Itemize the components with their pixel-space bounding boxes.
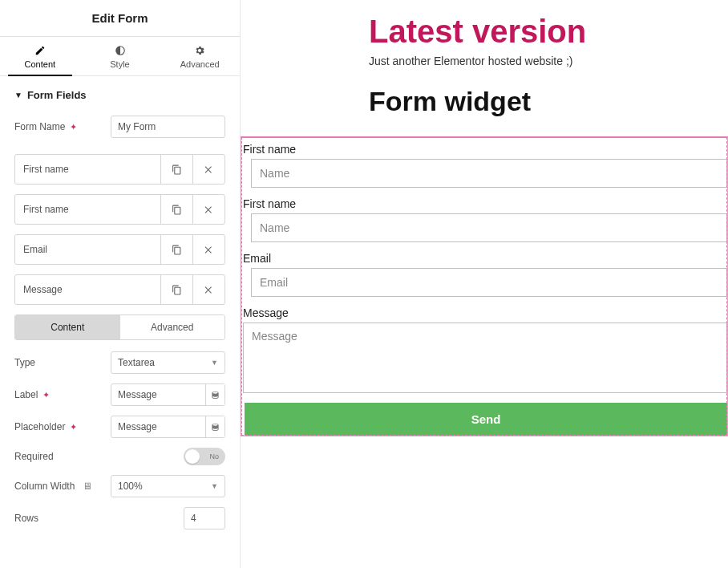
send-button[interactable]: Send (245, 403, 727, 436)
form-name-label: Form Name ✦ (14, 121, 111, 132)
label-row: Label ✦ (14, 383, 225, 406)
copy-icon (172, 164, 182, 175)
required-value: No (209, 452, 219, 460)
duplicate-button[interactable] (160, 195, 192, 224)
chevron-down-icon: ▼ (211, 482, 218, 490)
form-name-row: Form Name ✦ (14, 116, 225, 138)
field-item[interactable]: First name (14, 194, 225, 225)
field-item-label[interactable]: Email (15, 235, 160, 264)
form-name-input[interactable] (111, 116, 225, 138)
required-row: Required No (14, 448, 225, 465)
section-form-fields[interactable]: ▼ Form Fields (14, 89, 225, 101)
type-label: Type (14, 357, 111, 368)
panel-collapse-handle[interactable]: ‹ (241, 301, 250, 320)
database-icon (211, 423, 220, 432)
tab-advanced[interactable]: Advanced (160, 37, 240, 75)
field-list: First name First name Email Message (14, 154, 225, 305)
duplicate-button[interactable] (160, 235, 192, 264)
field-label: First name (243, 141, 727, 159)
column-width-select[interactable]: 100% ▼ (111, 475, 225, 497)
type-row: Type Textarea ▼ (14, 351, 225, 374)
form-widget[interactable]: First name Name First name Name Email Em… (241, 136, 728, 436)
field-item[interactable]: Email (14, 234, 225, 265)
sub-tab-content[interactable]: Content (15, 315, 120, 339)
placeholder-row: Placeholder ✦ (14, 416, 225, 438)
site-tagline: Just another Elementor hosted website ;) (369, 53, 577, 70)
field-label: First name (243, 196, 727, 213)
sparkle-icon[interactable]: ✦ (70, 122, 77, 132)
field-item-label[interactable]: First name (15, 155, 160, 184)
copy-icon (172, 245, 182, 255)
field-item-label[interactable]: First name (15, 195, 160, 224)
close-icon (204, 164, 214, 175)
section-form-fields-label: Form Fields (27, 89, 87, 101)
panel-body: ▼ Form Fields Form Name ✦ First name Fir… (0, 76, 240, 568)
field-item[interactable]: Message (14, 274, 225, 305)
close-icon (204, 285, 214, 295)
delete-button[interactable] (192, 155, 224, 184)
rows-label: Rows (14, 513, 111, 524)
pencil-icon (34, 45, 46, 56)
form-field: First name Name (243, 141, 727, 188)
gear-icon (194, 45, 205, 56)
column-width-label: Column Width 🖥 (14, 481, 111, 492)
tab-style[interactable]: Style (80, 37, 160, 75)
email-input[interactable]: Email (251, 268, 727, 297)
close-icon (204, 245, 214, 255)
dynamic-tags-button[interactable] (205, 416, 224, 437)
tab-content-label: Content (25, 59, 56, 69)
panel-title: Edit Form (0, 0, 240, 37)
rows-input[interactable] (184, 507, 225, 529)
site-title[interactable]: Latest version (369, 14, 725, 48)
form-field: Message Message (243, 305, 727, 393)
close-icon (204, 205, 214, 215)
form-field: Email Email (243, 250, 727, 297)
required-label: Required (14, 451, 111, 462)
text-input[interactable]: Name (251, 159, 727, 188)
field-item-label[interactable]: Message (15, 275, 160, 304)
duplicate-button[interactable] (160, 275, 192, 304)
sparkle-icon[interactable]: ✦ (42, 390, 50, 400)
required-toggle[interactable]: No (184, 448, 225, 465)
text-input[interactable]: Name (251, 213, 727, 242)
contrast-icon (115, 45, 126, 56)
delete-button[interactable] (192, 195, 224, 224)
panel-tabs: Content Style Advanced (0, 37, 240, 76)
caret-down-icon: ▼ (14, 91, 22, 99)
tab-style-label: Style (110, 59, 129, 69)
field-label: Message (243, 305, 727, 323)
editor-panel: Edit Form Content Style Advanced ▼ Form … (0, 0, 241, 568)
widget-heading[interactable]: Form widget (369, 86, 725, 117)
field-label: Email (243, 250, 727, 268)
dynamic-tags-button[interactable] (205, 384, 224, 405)
type-value: Textarea (118, 357, 155, 368)
tab-content[interactable]: Content (0, 37, 80, 75)
field-sub-tabs: Content Advanced (14, 314, 225, 340)
form-field: First name Name (243, 196, 727, 242)
preview-area: Latest version Just another Elementor ho… (241, 0, 728, 568)
duplicate-button[interactable] (160, 155, 192, 184)
copy-icon (172, 285, 182, 295)
label-label: Label ✦ (14, 389, 111, 400)
sparkle-icon[interactable]: ✦ (70, 422, 77, 432)
placeholder-label: Placeholder ✦ (14, 421, 111, 432)
type-select[interactable]: Textarea ▼ (111, 351, 225, 374)
column-width-value: 100% (118, 481, 143, 492)
delete-button[interactable] (192, 275, 224, 304)
copy-icon (172, 205, 182, 215)
column-width-row: Column Width 🖥 100% ▼ (14, 475, 225, 497)
desktop-icon[interactable]: 🖥 (83, 481, 92, 492)
database-icon (211, 391, 220, 400)
chevron-down-icon: ▼ (211, 359, 218, 367)
delete-button[interactable] (192, 235, 224, 264)
sub-tab-advanced[interactable]: Advanced (120, 315, 225, 339)
rows-row: Rows (14, 507, 225, 529)
tab-advanced-label: Advanced (180, 59, 220, 69)
textarea-input[interactable]: Message (243, 323, 727, 393)
field-item[interactable]: First name (14, 154, 225, 185)
